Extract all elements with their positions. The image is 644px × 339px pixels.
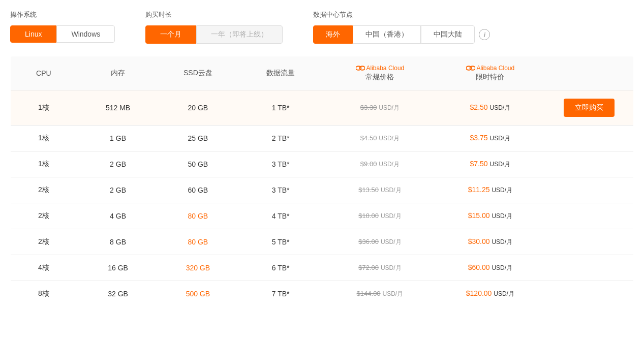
col-header-regular: Alibaba Cloud 常规价格	[325, 56, 435, 90]
col-header-ssd: SSD云盘	[159, 56, 236, 90]
cell-special: $30.00 USD/月	[435, 229, 545, 255]
cell-mem: 16 GB	[77, 255, 160, 281]
cell-traffic: 7 TB*	[236, 281, 325, 307]
table-row: 1核 512 MB 20 GB 1 TB* $3.30 USD/月 $2.50 …	[11, 90, 634, 126]
cell-regular: $18.00 USD/月	[325, 203, 435, 229]
datacenter-info-icon[interactable]: i	[479, 29, 490, 40]
cell-cpu: 1核	[11, 126, 77, 151]
cell-traffic: 5 TB*	[236, 229, 325, 255]
table-row: 2核 4 GB 80 GB 4 TB* $18.00 USD/月 $15.00 …	[11, 203, 634, 229]
os-filter-group: Linux Windows	[10, 25, 115, 43]
col-header-special: Alibaba Cloud 限时特价	[435, 56, 545, 90]
ssd-link[interactable]: 80 GB	[188, 238, 208, 246]
alibaba-cloud-special: Alibaba Cloud 限时特价	[441, 65, 539, 82]
os-windows-button[interactable]: Windows	[56, 25, 115, 43]
pricing-table: CPU 内存 SSD云盘 数据流量 Alibaba Cloud 常规价格	[10, 56, 634, 307]
cell-special: $2.50 USD/月	[435, 90, 545, 126]
cell-regular: $36.00 USD/月	[325, 229, 435, 255]
duration-filter-group: 一个月 一年（即将上线）	[145, 25, 283, 44]
cell-regular: $4.50 USD/月	[325, 126, 435, 151]
duration-1year-button: 一年（即将上线）	[196, 25, 283, 44]
cell-cpu: 4核	[11, 255, 77, 281]
cell-cpu: 8核	[11, 281, 77, 307]
cell-ssd: 20 GB	[159, 90, 236, 126]
cell-mem: 8 GB	[77, 229, 160, 255]
os-linux-button[interactable]: Linux	[10, 25, 56, 43]
ssd-link[interactable]: 320 GB	[186, 264, 210, 272]
cell-special: $15.00 USD/月	[435, 203, 545, 229]
cell-ssd: 500 GB	[159, 281, 236, 307]
table-row: 4核 16 GB 320 GB 6 TB* $72.00 USD/月 $60.0…	[11, 255, 634, 281]
cell-traffic: 4 TB*	[236, 203, 325, 229]
alibaba-cloud-logo-special	[466, 65, 475, 71]
ssd-link[interactable]: 500 GB	[186, 290, 210, 298]
cell-traffic: 3 TB*	[236, 177, 325, 203]
col-header-traffic: 数据流量	[236, 56, 325, 90]
cell-ssd: 80 GB	[159, 229, 236, 255]
cell-action	[545, 203, 634, 229]
datacenter-label: 数据中心节点	[313, 10, 490, 19]
cell-traffic: 6 TB*	[236, 255, 325, 281]
duration-1month-button[interactable]: 一个月	[145, 25, 196, 44]
cell-regular: $3.30 USD/月	[325, 90, 435, 126]
buy-button[interactable]: 立即购买	[564, 99, 615, 117]
col-header-action	[545, 56, 634, 90]
cell-ssd: 80 GB	[159, 203, 236, 229]
cell-ssd: 320 GB	[159, 255, 236, 281]
table-row: 1核 2 GB 50 GB 3 TB* $9.00 USD/月 $7.50 US…	[11, 151, 634, 177]
cell-mem: 512 MB	[77, 90, 160, 126]
table-row: 8核 32 GB 500 GB 7 TB* $144.00 USD/月 $120…	[11, 281, 634, 307]
alibaba-cloud-regular: Alibaba Cloud 常规价格	[331, 65, 429, 82]
table-row: 1核 1 GB 25 GB 2 TB* $4.50 USD/月 $3.75 US…	[11, 126, 634, 151]
col-header-mem: 内存	[77, 56, 160, 90]
svg-point-3	[470, 66, 475, 70]
cell-regular: $13.50 USD/月	[325, 177, 435, 203]
table-header-row: CPU 内存 SSD云盘 数据流量 Alibaba Cloud 常规价格	[11, 56, 634, 90]
table-row: 2核 8 GB 80 GB 5 TB* $36.00 USD/月 $30.00 …	[11, 229, 634, 255]
cell-cpu: 2核	[11, 177, 77, 203]
cell-action	[545, 229, 634, 255]
cell-cpu: 1核	[11, 90, 77, 126]
cell-action	[545, 255, 634, 281]
alibaba-cloud-logo-regular	[356, 65, 365, 71]
cell-ssd: 25 GB	[159, 126, 236, 151]
cell-cpu: 1核	[11, 151, 77, 177]
cell-traffic: 3 TB*	[236, 151, 325, 177]
cell-mem: 32 GB	[77, 281, 160, 307]
datacenter-filter-group: 海外 中国（香港） 中国大陆 i	[313, 25, 490, 44]
duration-label: 购买时长	[145, 10, 283, 19]
cell-special: $7.50 USD/月	[435, 151, 545, 177]
table-row: 2核 2 GB 60 GB 3 TB* $13.50 USD/月 $11.25 …	[11, 177, 634, 203]
dc-mainland-button[interactable]: 中国大陆	[421, 25, 475, 44]
cell-mem: 2 GB	[77, 151, 160, 177]
cell-special: $3.75 USD/月	[435, 126, 545, 151]
ssd-link[interactable]: 80 GB	[188, 212, 208, 220]
cell-mem: 2 GB	[77, 177, 160, 203]
cell-regular: $9.00 USD/月	[325, 151, 435, 177]
cell-mem: 4 GB	[77, 203, 160, 229]
cell-cpu: 2核	[11, 229, 77, 255]
cell-mem: 1 GB	[77, 126, 160, 151]
dc-hongkong-button[interactable]: 中国（香港）	[353, 25, 421, 44]
cell-regular: $72.00 USD/月	[325, 255, 435, 281]
col-header-cpu: CPU	[11, 56, 77, 90]
cell-special: $60.00 USD/月	[435, 255, 545, 281]
cell-action	[545, 177, 634, 203]
cell-special: $120.00 USD/月	[435, 281, 545, 307]
cell-action	[545, 126, 634, 151]
cell-action	[545, 281, 634, 307]
cell-action: 立即购买	[545, 90, 634, 126]
cell-cpu: 2核	[11, 203, 77, 229]
cell-traffic: 1 TB*	[236, 90, 325, 126]
cell-traffic: 2 TB*	[236, 126, 325, 151]
cell-ssd: 60 GB	[159, 177, 236, 203]
cell-action	[545, 151, 634, 177]
cell-special: $11.25 USD/月	[435, 177, 545, 203]
os-label: 操作系统	[10, 10, 115, 19]
cell-regular: $144.00 USD/月	[325, 281, 435, 307]
dc-overseas-button[interactable]: 海外	[313, 25, 353, 44]
cell-ssd: 50 GB	[159, 151, 236, 177]
svg-point-1	[359, 66, 365, 70]
